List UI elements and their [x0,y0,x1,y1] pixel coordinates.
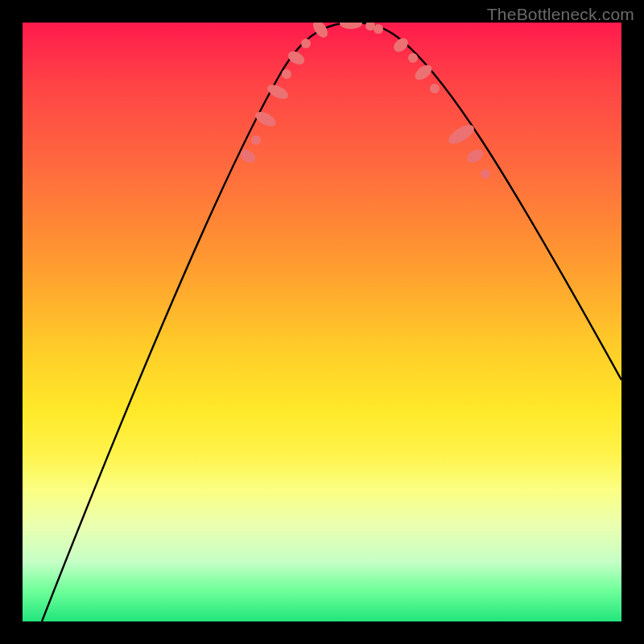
data-marker [481,169,490,179]
data-marker [265,82,290,102]
watermark-text: TheBottleneck.com [487,5,634,24]
curve-layer [42,23,621,621]
data-marker [301,39,311,48]
chart-frame: TheBottleneck.com [0,0,644,644]
data-marker [464,147,485,166]
data-marker [430,84,440,93]
marker-layer [238,23,490,179]
data-marker [251,135,261,145]
chart-plot-area [23,23,621,621]
data-marker [282,69,291,79]
data-marker [408,53,418,63]
bottleneck-curve [42,23,621,621]
chart-svg [23,23,621,621]
data-marker [310,23,330,40]
data-marker [412,62,435,83]
data-marker [340,23,362,29]
data-marker [374,24,383,34]
